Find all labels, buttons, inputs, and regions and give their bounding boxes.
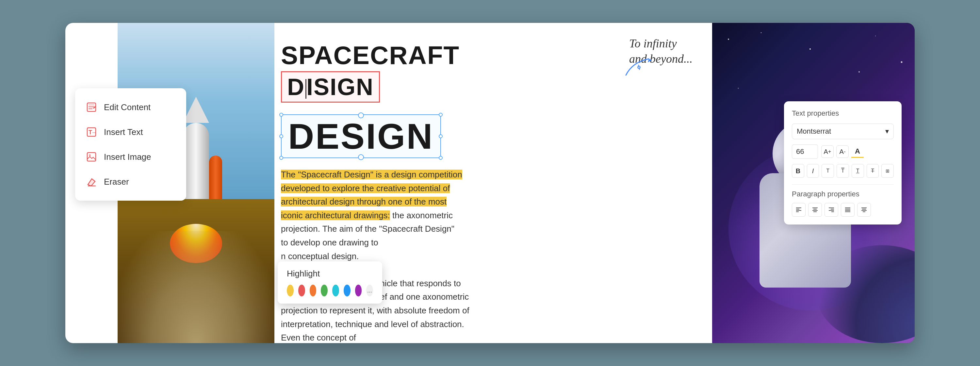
svg-point-16 xyxy=(875,36,876,36)
handle-ml[interactable] xyxy=(279,134,283,138)
align-right-btn[interactable] xyxy=(824,203,838,216)
svg-point-8 xyxy=(89,154,91,156)
swatch-yellow[interactable] xyxy=(287,285,294,296)
design-correct-container[interactable]: DESIGN xyxy=(281,115,441,158)
description3: n conceptual design. xyxy=(281,251,359,261)
spacecraft-title: SPACECRAFT xyxy=(281,43,470,68)
edit-content-icon xyxy=(85,101,98,114)
svg-rect-6 xyxy=(92,132,96,133)
text-properties-title: Text properties xyxy=(792,109,894,118)
handle-br[interactable] xyxy=(439,156,442,160)
shooting-star-svg xyxy=(619,56,659,82)
text-style-3-btn[interactable]: T xyxy=(852,164,864,178)
svg-point-14 xyxy=(761,32,762,33)
sidebar-item-edit-content[interactable]: Edit Content xyxy=(75,95,186,119)
text-cursor xyxy=(305,79,306,99)
format-row: B I T T T T ⊞ xyxy=(792,164,894,178)
edit-content-label: Edit Content xyxy=(104,102,151,112)
align-justify-btn[interactable] xyxy=(841,203,854,216)
handle-tl[interactable] xyxy=(279,113,283,117)
paragraph-properties-title: Paragraph properties xyxy=(792,190,894,198)
sidebar-item-eraser[interactable]: Eraser xyxy=(75,169,186,194)
svg-line-12 xyxy=(638,65,640,70)
handle-tr[interactable] xyxy=(439,113,442,117)
swatch-teal[interactable] xyxy=(332,285,339,296)
svg-point-17 xyxy=(901,61,902,63)
svg-point-18 xyxy=(738,88,739,89)
align-center-btn[interactable] xyxy=(808,203,822,216)
font-size-decrease-btn[interactable]: A- xyxy=(836,145,849,158)
font-size-increase-btn[interactable]: A+ xyxy=(821,145,834,158)
align-distribute-btn[interactable] xyxy=(857,203,871,216)
eraser-icon xyxy=(85,175,98,188)
text-style-2-btn[interactable]: T xyxy=(837,164,849,178)
rocket-tip xyxy=(183,97,209,123)
eraser-label: Eraser xyxy=(104,177,129,187)
text-properties-panel: Text properties Montserrat ▾ A+ A- A B I… xyxy=(784,101,902,224)
text-style-4-btn[interactable]: T xyxy=(867,164,879,178)
font-color-btn[interactable]: A xyxy=(851,145,864,158)
text-style-1-btn[interactable]: T xyxy=(822,164,834,178)
font-controls: A+ A- A xyxy=(821,145,864,158)
design-correct-text: DESIGN xyxy=(288,116,434,156)
sidebar-panel: Edit Content T Insert Text Insert Image xyxy=(75,88,186,201)
handwriting-container: To infinity and beyond... xyxy=(629,36,692,67)
smoke-cloud xyxy=(118,231,274,343)
description2: to develop one drawing to xyxy=(281,237,378,247)
font-dropdown-icon: ▾ xyxy=(885,127,889,135)
design-misspelled[interactable]: DISIGN xyxy=(281,71,380,103)
italic-btn[interactable]: I xyxy=(807,164,819,178)
highlight-popup-title: Highlight xyxy=(287,269,373,279)
svg-point-15 xyxy=(810,48,811,50)
swatch-purple[interactable] xyxy=(355,285,362,296)
align-row xyxy=(792,203,894,216)
font-name: Montserrat xyxy=(797,127,831,135)
divider xyxy=(792,184,894,185)
insert-text-icon: T xyxy=(85,126,98,138)
sidebar-item-insert-text[interactable]: T Insert Text xyxy=(75,119,186,145)
color-swatches: ... xyxy=(287,285,373,296)
main-container: Edit Content T Insert Text Insert Image xyxy=(65,23,915,343)
handle-mr[interactable] xyxy=(439,134,442,138)
swatch-green[interactable] xyxy=(321,285,328,296)
swatch-red[interactable] xyxy=(298,285,305,296)
font-size-row: A+ A- A xyxy=(792,145,894,159)
text-grid-btn[interactable]: ⊞ xyxy=(881,164,894,178)
description-text: The "Spacecraft Design" is a design comp… xyxy=(281,168,470,343)
svg-rect-7 xyxy=(87,153,96,161)
align-left-btn[interactable] xyxy=(792,203,805,216)
swatch-blue[interactable] xyxy=(344,285,350,296)
insert-text-label: Insert Text xyxy=(104,127,143,137)
sidebar-item-insert-image[interactable]: Insert Image xyxy=(75,145,186,169)
svg-point-19 xyxy=(859,71,860,73)
svg-text:T: T xyxy=(89,129,92,135)
swatch-orange[interactable] xyxy=(310,285,317,296)
handwriting-line1: To infinity xyxy=(629,37,677,50)
svg-point-13 xyxy=(728,38,729,40)
font-selector[interactable]: Montserrat ▾ xyxy=(792,124,894,139)
more-colors-button[interactable]: ... xyxy=(366,285,373,296)
font-size-input[interactable] xyxy=(792,145,818,159)
insert-image-label: Insert Image xyxy=(104,152,151,162)
bold-btn[interactable]: B xyxy=(792,164,804,178)
insert-image-icon xyxy=(85,150,98,163)
svg-rect-1 xyxy=(89,104,94,105)
handle-bl[interactable] xyxy=(279,156,283,160)
highlight-popup: Highlight ... xyxy=(278,261,382,304)
